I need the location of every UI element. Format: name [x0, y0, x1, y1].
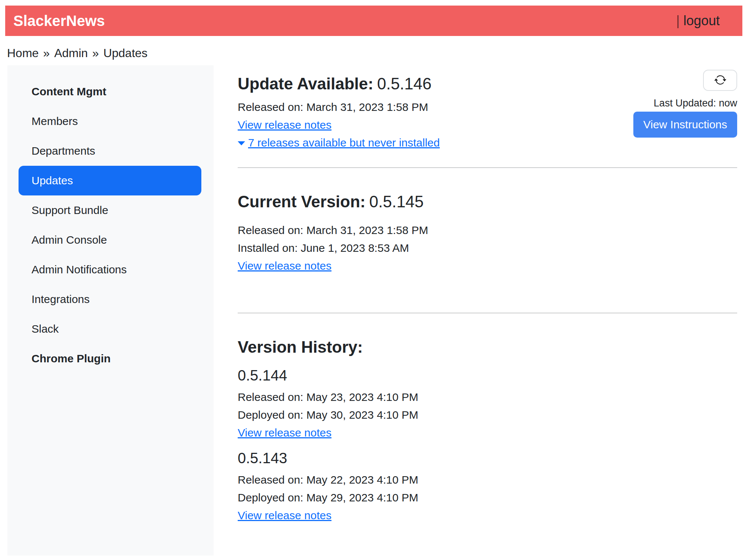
caret-down-icon — [238, 133, 245, 151]
breadcrumb-updates: Updates — [103, 46, 148, 60]
logout-divider: | — [676, 13, 680, 28]
update-release-notes-link[interactable]: View release notes — [238, 119, 332, 131]
sidebar-nav: Content Mgmt Members Departments Updates… — [7, 77, 214, 373]
breadcrumb-separator: » — [43, 46, 50, 60]
current-released-on: Released on: March 31, 2023 1:58 PM — [238, 221, 737, 239]
sidebar-item-support-bundle[interactable]: Support Bundle — [19, 195, 201, 225]
page-layout: Content Mgmt Members Departments Updates… — [0, 65, 752, 556]
version-history-entry: 0.5.144 Released on: May 23, 2023 4:10 P… — [238, 367, 737, 442]
breadcrumb: Home»Admin»Updates — [0, 36, 752, 65]
update-available-label: Update Available: — [238, 75, 373, 93]
sidebar-item-chrome-plugin[interactable]: Chrome Plugin — [19, 344, 201, 373]
current-release-notes-link[interactable]: View release notes — [238, 260, 332, 272]
current-version-section: Current Version:0.5.145 Released on: Mar… — [238, 192, 737, 275]
history-version-number: 0.5.144 — [238, 367, 737, 384]
sidebar-item-members[interactable]: Members — [19, 106, 201, 136]
view-instructions-button[interactable]: View Instructions — [633, 112, 737, 138]
section-divider — [238, 313, 737, 313]
sidebar-item-integrations[interactable]: Integrations — [19, 284, 201, 314]
current-version-number: 0.5.145 — [369, 192, 424, 211]
history-deployed-on: Deployed on: May 29, 2023 4:10 PM — [238, 489, 737, 507]
history-deployed-on: Deployed on: May 30, 2023 4:10 PM — [238, 406, 737, 424]
history-release-notes-link[interactable]: View release notes — [238, 426, 332, 439]
history-released-on: Released on: May 22, 2023 4:10 PM — [238, 471, 737, 489]
breadcrumb-separator: » — [92, 46, 99, 60]
version-history-title: Version History: — [238, 338, 737, 356]
current-version-label: Current Version: — [238, 192, 366, 211]
current-version-title: Current Version:0.5.145 — [238, 192, 737, 211]
update-available-version: 0.5.146 — [377, 75, 432, 93]
sidebar-item-departments[interactable]: Departments — [19, 136, 201, 166]
sidebar: Content Mgmt Members Departments Updates… — [7, 65, 214, 556]
sidebar-item-updates[interactable]: Updates — [19, 166, 201, 195]
breadcrumb-home[interactable]: Home — [7, 46, 39, 60]
last-updated-text: Last Updated: now — [654, 97, 737, 109]
releases-available-link[interactable]: 7 releases available but never installed — [238, 136, 440, 149]
logout-area: |logout — [676, 13, 720, 29]
brand-link[interactable]: SlackerNews — [13, 13, 105, 29]
section-divider — [238, 167, 737, 168]
main-content: Last Updated: now View Instructions Upda… — [238, 65, 737, 524]
version-history-entry: 0.5.143 Released on: May 22, 2023 4:10 P… — [238, 449, 737, 524]
sidebar-item-content-mgmt[interactable]: Content Mgmt — [19, 77, 201, 106]
history-released-on: Released on: May 23, 2023 4:10 PM — [238, 388, 737, 406]
history-version-number: 0.5.143 — [238, 449, 737, 467]
update-available-title: Update Available:0.5.146 — [238, 75, 737, 93]
breadcrumb-admin[interactable]: Admin — [54, 46, 88, 60]
version-history-section: Version History: 0.5.144 Released on: Ma… — [238, 338, 737, 524]
sidebar-item-admin-console[interactable]: Admin Console — [19, 225, 201, 255]
app-header: SlackerNews |logout — [5, 6, 742, 36]
logout-link[interactable]: logout — [683, 13, 720, 28]
refresh-button[interactable] — [703, 70, 737, 91]
refresh-icon — [714, 74, 726, 87]
sidebar-item-slack[interactable]: Slack — [19, 314, 201, 344]
history-release-notes-link[interactable]: View release notes — [238, 509, 332, 521]
sidebar-item-admin-notifications[interactable]: Admin Notifications — [19, 255, 201, 284]
current-installed-on: Installed on: June 1, 2023 8:53 AM — [238, 239, 737, 257]
